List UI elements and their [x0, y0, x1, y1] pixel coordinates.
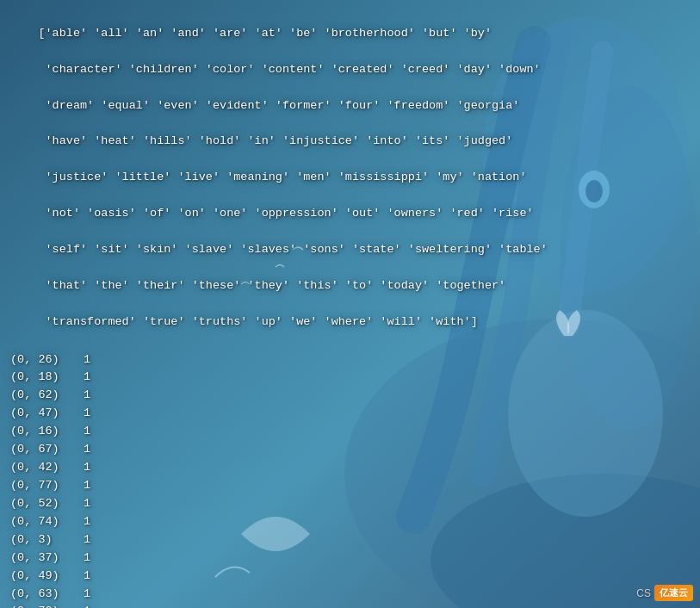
row-value: 1	[84, 549, 90, 568]
row-value: 1	[84, 586, 90, 604]
row-key: (0, 72)	[10, 603, 84, 608]
word-list-line6: 'not' 'oasis' 'of' 'on' 'one' 'oppressio…	[38, 207, 533, 220]
row-value: 1	[84, 423, 90, 441]
table-row: (0, 49) 1	[10, 568, 690, 586]
row-key: (0, 42)	[10, 459, 84, 477]
table-row: (0, 16) 1	[10, 423, 690, 441]
row-value: 1	[84, 477, 90, 495]
row-key: (0, 49)	[10, 568, 84, 586]
row-key: (0, 77)	[10, 477, 84, 495]
word-list-line2: 'character' 'children' 'color' 'content'…	[38, 63, 540, 76]
watermark: CS 亿速云	[636, 585, 693, 601]
row-value: 1	[84, 568, 90, 586]
table-row: (0, 42) 1	[10, 459, 690, 477]
row-key: (0, 62)	[10, 387, 84, 405]
row-value: 1	[84, 405, 90, 423]
table-row: (0, 3) 1	[10, 531, 690, 549]
table-row: (0, 52) 1	[10, 495, 690, 513]
table-row: (0, 77) 1	[10, 477, 690, 495]
row-value: 1	[84, 369, 90, 387]
watermark-cs-text: CS	[636, 587, 651, 599]
table-row: (0, 63) 1	[10, 586, 690, 604]
word-list-line5: 'justice' 'little' 'live' 'meaning' 'men…	[38, 171, 526, 183]
row-key: (0, 63)	[10, 586, 84, 604]
word-list-line8: 'that' 'the' 'their' 'these' 'they' 'thi…	[38, 279, 505, 292]
row-key: (0, 18)	[10, 369, 84, 387]
data-rows-container: (0, 26) 1 (0, 18) 1 (0, 62) 1 (0, 47) 1 …	[10, 351, 690, 608]
row-value: 1	[84, 513, 90, 531]
row-value: 1	[84, 387, 90, 405]
table-row: (0, 74) 1	[10, 513, 690, 531]
row-key: (0, 16)	[10, 423, 84, 441]
row-value: 1	[84, 459, 90, 477]
word-list: ['able' 'all' 'an' 'and' 'are' 'at' 'be'…	[10, 7, 690, 350]
row-key: (0, 3)	[10, 531, 84, 549]
word-list-line3: 'dream' 'equal' 'even' 'evident' 'former…	[38, 99, 519, 112]
table-row: (0, 18) 1	[10, 369, 690, 387]
word-list-line7: 'self' 'sit' 'skin' 'slave' 'slaves' 'so…	[38, 243, 547, 256]
row-key: (0, 47)	[10, 405, 84, 423]
row-value: 1	[84, 351, 90, 369]
word-list-line1: ['able' 'all' 'an' 'and' 'are' 'at' 'be'…	[38, 27, 492, 40]
row-value: 1	[84, 495, 90, 513]
row-value: 1	[84, 531, 90, 549]
table-row: (0, 47) 1	[10, 405, 690, 423]
content-area: ['able' 'all' 'an' 'and' 'are' 'at' 'be'…	[0, 0, 700, 608]
row-key: (0, 74)	[10, 513, 84, 531]
row-key: (0, 37)	[10, 549, 84, 568]
table-row: (0, 37) 1	[10, 549, 690, 568]
table-row: (0, 26) 1	[10, 351, 690, 369]
row-key: (0, 52)	[10, 495, 84, 513]
row-value: 1	[84, 603, 90, 608]
row-value: 1	[84, 441, 90, 459]
table-row: (0, 72) 1	[10, 603, 690, 608]
watermark-brand-badge: 亿速云	[654, 585, 693, 601]
row-key: (0, 26)	[10, 351, 84, 369]
word-list-line4: 'have' 'heat' 'hills' 'hold' 'in' 'injus…	[38, 134, 512, 147]
row-key: (0, 67)	[10, 441, 84, 459]
table-row: (0, 62) 1	[10, 387, 690, 405]
table-row: (0, 67) 1	[10, 441, 690, 459]
word-list-line9: 'transformed' 'true' 'truths' 'up' 'we' …	[38, 315, 477, 328]
